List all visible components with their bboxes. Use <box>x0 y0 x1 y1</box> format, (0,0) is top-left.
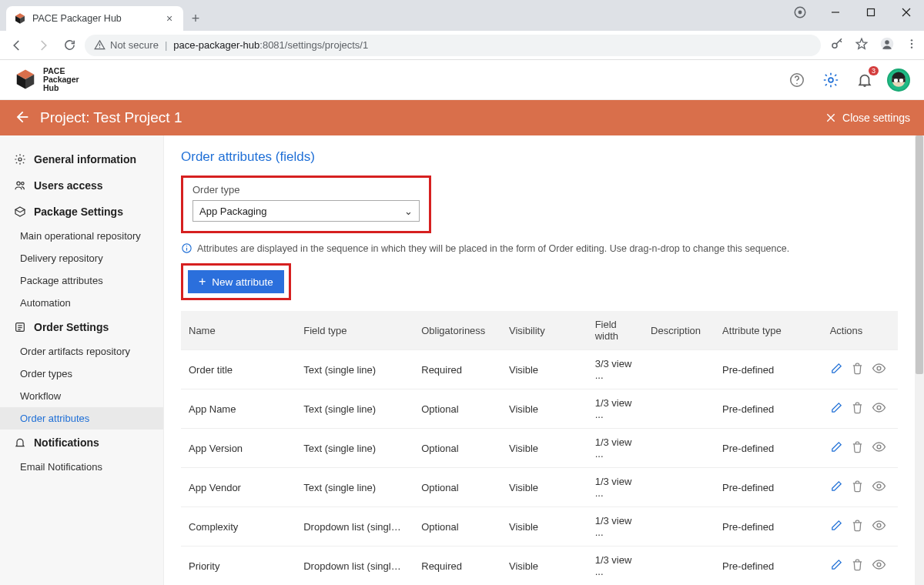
scrollbar-thumb[interactable] <box>916 135 923 374</box>
cube-icon <box>14 68 37 91</box>
close-settings-label: Close settings <box>842 112 910 124</box>
col-attribute-type[interactable]: Attribute type <box>715 311 822 350</box>
col-field-type[interactable]: Field type <box>296 311 413 350</box>
eye-icon[interactable] <box>872 479 886 496</box>
cell-field-type: Dropdown list (single c... <box>303 521 402 533</box>
cell-visibility: Visible <box>509 521 577 533</box>
cell-obligatoriness: Optional <box>413 429 501 468</box>
col-obligatoriness[interactable]: Obligatoriness <box>413 311 501 350</box>
cell-visibility: Visible <box>509 443 577 454</box>
sidebar-item-email-notifications[interactable]: Email Notifications <box>0 456 163 478</box>
col-field-width[interactable]: Field width <box>588 311 643 350</box>
warning-triangle-icon <box>94 39 105 51</box>
edit-icon[interactable] <box>830 362 843 377</box>
table-row[interactable]: App VendorText (single line)OptionalVisi… <box>181 468 898 507</box>
table-row[interactable]: PriorityDropdown list (single c...Requir… <box>181 547 898 586</box>
not-secure-indicator[interactable]: Not secure <box>94 39 159 51</box>
sidebar-group-package-settings[interactable]: Package Settings <box>0 199 163 225</box>
col-name[interactable]: Name <box>181 311 296 350</box>
col-actions[interactable]: Actions <box>822 311 898 350</box>
table-row[interactable]: App VersionText (single line)OptionalVis… <box>181 429 898 468</box>
profile-avatar-icon[interactable] <box>879 36 895 54</box>
browser-toolbar: Not secure | pace-packager-hub:8081/sett… <box>0 31 924 60</box>
window-minimize-button[interactable] <box>818 0 853 25</box>
help-button[interactable] <box>785 69 808 92</box>
cell-description <box>643 507 715 547</box>
sidebar-item-main-repo[interactable]: Main operational repository <box>0 225 163 247</box>
cell-field-type: Text (single line) <box>303 364 402 376</box>
sidebar-item-order-types[interactable]: Order types <box>0 363 163 385</box>
eye-icon[interactable] <box>872 518 886 535</box>
eye-icon[interactable] <box>872 400 886 417</box>
window-close-button[interactable] <box>889 0 924 25</box>
order-type-select[interactable]: App Packaging ⌄ <box>192 200 420 222</box>
cell-attribute-type: Pre-defined <box>715 389 822 429</box>
edit-icon[interactable] <box>830 558 843 573</box>
close-settings-button[interactable]: Close settings <box>825 112 910 124</box>
trash-icon[interactable] <box>851 362 864 377</box>
svg-marker-12 <box>856 38 867 48</box>
browser-tab-active[interactable]: PACE Packager Hub × <box>6 6 183 31</box>
notifications-button[interactable]: 3 <box>853 69 876 92</box>
trash-icon[interactable] <box>851 401 864 416</box>
svg-point-28 <box>899 78 903 82</box>
scrollbar-track[interactable] <box>915 135 924 585</box>
svg-point-22 <box>796 82 798 84</box>
cell-obligatoriness: Optional <box>413 468 501 507</box>
sidebar-group-general[interactable]: General information <box>0 146 163 172</box>
edit-icon[interactable] <box>830 440 843 456</box>
trash-icon[interactable] <box>851 519 864 534</box>
new-tab-button[interactable]: + <box>183 6 208 31</box>
nav-forward-button[interactable] <box>32 35 54 56</box>
not-secure-label: Not secure <box>110 39 159 51</box>
table-row[interactable]: Order titleText (single line)RequiredVis… <box>181 350 898 389</box>
cell-field-type: Text (single line) <box>303 403 402 415</box>
bookmark-star-icon[interactable] <box>855 37 869 53</box>
new-attribute-button[interactable]: + New attribute <box>188 270 284 293</box>
address-bar[interactable]: Not secure | pace-packager-hub:8081/sett… <box>85 35 821 56</box>
eye-icon[interactable] <box>872 361 886 378</box>
guest-circle-icon[interactable] <box>782 0 818 25</box>
project-title: Project: Test Project 1 <box>40 109 182 126</box>
cell-description <box>643 429 715 468</box>
svg-point-16 <box>911 43 912 45</box>
table-row[interactable]: ComplexityDropdown list (single c...Opti… <box>181 507 898 547</box>
sidebar-group-users[interactable]: Users access <box>0 172 163 199</box>
col-description[interactable]: Description <box>643 311 715 350</box>
eye-icon[interactable] <box>872 557 886 574</box>
sidebar-group-order-settings[interactable]: Order Settings <box>0 314 163 340</box>
sidebar-item-package-attributes[interactable]: Package attributes <box>0 269 163 292</box>
tab-close-icon[interactable]: × <box>163 12 176 25</box>
col-visibility[interactable]: Visibility <box>501 311 588 350</box>
nav-back-button[interactable] <box>6 35 28 56</box>
edit-icon[interactable] <box>830 401 843 416</box>
cell-name: App Version <box>189 443 287 454</box>
sidebar-item-delivery-repo[interactable]: Delivery repository <box>0 247 163 269</box>
trash-icon[interactable] <box>851 440 864 456</box>
window-maximize-button[interactable] <box>853 0 889 25</box>
sidebar-item-workflow[interactable]: Workflow <box>0 385 163 407</box>
sidebar-item-order-attributes[interactable]: Order attributes <box>0 407 163 430</box>
trash-icon[interactable] <box>851 558 864 573</box>
table-row[interactable]: App NameText (single line)OptionalVisibl… <box>181 389 898 429</box>
edit-icon[interactable] <box>830 480 843 495</box>
info-hint: Attributes are displayed in the sequence… <box>181 242 898 254</box>
cell-description <box>643 547 715 586</box>
trash-icon[interactable] <box>851 480 864 495</box>
sidebar-item-order-artifacts-repo[interactable]: Order artifacts repository <box>0 340 163 363</box>
brand-logo[interactable]: PACE Packager Hub <box>14 67 79 92</box>
kebab-menu-icon[interactable] <box>906 38 918 52</box>
package-icon <box>14 206 26 218</box>
eye-icon[interactable] <box>872 440 886 456</box>
back-arrow-icon[interactable] <box>14 109 29 127</box>
nav-reload-button[interactable] <box>59 35 80 56</box>
close-icon <box>825 112 836 123</box>
address-separator: | <box>165 39 167 51</box>
sidebar-group-notifications[interactable]: Notifications <box>0 430 163 456</box>
edit-icon[interactable] <box>830 519 843 534</box>
settings-button[interactable] <box>819 69 842 92</box>
password-key-icon[interactable] <box>830 37 844 53</box>
svg-point-46 <box>877 484 881 488</box>
sidebar-item-automation[interactable]: Automation <box>0 292 163 314</box>
user-avatar[interactable] <box>887 69 910 92</box>
